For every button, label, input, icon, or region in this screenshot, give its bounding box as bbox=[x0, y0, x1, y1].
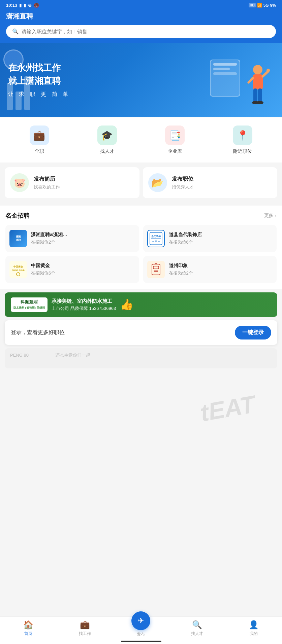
svg-text:当代装饰: 当代装饰 bbox=[151, 235, 161, 238]
resume-subtitle: 找喜欢的工作 bbox=[34, 184, 60, 190]
more-button[interactable]: 更多 › bbox=[264, 213, 277, 219]
nav-jobs[interactable]: 💼 找工作 bbox=[75, 620, 95, 637]
company-positions-deco: 在招岗位6个 bbox=[169, 239, 202, 245]
nearby-label: 附近职位 bbox=[233, 148, 252, 154]
nav-home[interactable]: 🏠 首页 bbox=[18, 620, 38, 637]
job-text: 发布职位 招优秀人才 bbox=[172, 176, 194, 190]
section-title: 名企招聘 bbox=[5, 212, 30, 220]
mine-nav-label: 我的 bbox=[250, 631, 258, 637]
chevron-right-icon: › bbox=[275, 213, 277, 218]
nav-find-talent[interactable]: 🔍 找人才 bbox=[187, 620, 207, 637]
fulltime-icon: 💼 bbox=[30, 126, 49, 145]
nearby-icon: 📍 bbox=[233, 126, 252, 145]
banner-line3: 让 求 职 更 简 单 bbox=[8, 91, 70, 98]
call-icon: 📵 bbox=[34, 3, 39, 8]
home-nav-label: 首页 bbox=[24, 631, 32, 637]
talent-icon: 🎓 bbox=[97, 126, 117, 145]
svg-point-0 bbox=[253, 65, 262, 74]
svg-text:CHINA GOLD: CHINA GOLD bbox=[12, 269, 25, 271]
svg-text:中国黄金: 中国黄金 bbox=[13, 265, 23, 268]
company-positions-lxxz: 在招岗位2个 bbox=[31, 239, 67, 245]
search-icon: 🔍 bbox=[12, 28, 19, 35]
jobs-nav-label: 找工作 bbox=[79, 631, 91, 637]
teat-area: tEAT bbox=[0, 368, 282, 429]
banner-text: 在永州找工作 就上潇湘直聘 让 求 职 更 简 单 bbox=[8, 62, 70, 98]
publish-nav-label: 发布 bbox=[137, 632, 145, 637]
resume-title: 发布简历 bbox=[34, 176, 60, 183]
mine-nav-icon: 👤 bbox=[249, 620, 259, 630]
company-name-deco: 道县当代装饰店 bbox=[169, 232, 202, 238]
status-icon: ⊕ bbox=[28, 3, 32, 8]
company-positions-gold: 在招岗位6个 bbox=[31, 270, 55, 276]
svg-point-3 bbox=[267, 69, 270, 72]
ad-text: 承接美缝、室内外防水施工 上市公司 品质保障 15367536963 bbox=[52, 297, 116, 312]
quick-item-enterprise[interactable]: 📑 企业库 bbox=[165, 126, 185, 154]
job-icon: 📂 bbox=[148, 173, 167, 192]
company-logo-gold: 中国黄金 CHINA GOLD bbox=[9, 261, 27, 278]
publish-center-button[interactable]: ✈ bbox=[131, 611, 150, 630]
thumbs-up-icon: 👍 bbox=[120, 298, 133, 311]
companies-section: 名企招聘 更多 › 潇湘 直聘 潇湘直聘&潇湘… 在招岗位2个 当代装饰 bbox=[0, 206, 282, 289]
company-logo-dzyx bbox=[147, 261, 165, 278]
resume-text: 发布简历 找喜欢的工作 bbox=[34, 176, 60, 190]
app-title: 潇湘直聘 bbox=[6, 12, 276, 21]
login-prompt: 登录，查看更多好职位 bbox=[11, 329, 65, 336]
fulltime-label: 全职 bbox=[35, 148, 44, 154]
one-click-login-button[interactable]: 一键登录 bbox=[235, 326, 271, 339]
svg-rect-6 bbox=[258, 88, 262, 102]
partial-content-row: PENG 80 还么生意你们一起 bbox=[5, 348, 277, 368]
action-cards: 🐷 发布简历 找喜欢的工作 📂 发布职位 招优秀人才 bbox=[0, 163, 282, 202]
quick-item-talent[interactable]: 🎓 找人才 bbox=[97, 126, 117, 154]
svg-line-4 bbox=[249, 78, 253, 82]
section-header: 名企招聘 更多 › bbox=[5, 212, 277, 220]
nav-publish[interactable]: ✈ 发布 bbox=[131, 619, 150, 637]
company-card-lxxz[interactable]: 潇湘 直聘 潇湘直聘&潇湘… 在招岗位2个 bbox=[5, 225, 139, 252]
battery-icon2: ▮ bbox=[24, 3, 26, 8]
company-logo-lxxz: 潇湘 直聘 bbox=[9, 230, 27, 247]
search-input[interactable] bbox=[22, 29, 270, 34]
teat-watermark: tEAT bbox=[198, 390, 257, 427]
company-name-dzyx: 道州印象 bbox=[169, 263, 193, 269]
ad-text1: 承接美缝、室内外防水施工 bbox=[52, 297, 116, 305]
gold-logo-svg: 中国黄金 CHINA GOLD bbox=[10, 261, 26, 278]
search-bar[interactable]: 🔍 bbox=[6, 25, 276, 38]
find-talent-nav-icon: 🔍 bbox=[192, 620, 202, 630]
company-info-gold: 中国黄金 在招岗位6个 bbox=[31, 263, 55, 276]
svg-point-8 bbox=[257, 101, 263, 104]
job-title: 发布职位 bbox=[172, 176, 194, 183]
wifi-icon: 📶 bbox=[257, 3, 262, 8]
ad-banner[interactable]: 科顺建材 防水涂料 | 瓷砖胶 | 美缝剂 承接美缝、室内外防水施工 上市公司 … bbox=[5, 292, 277, 317]
banner-line1: 在永州找工作 bbox=[8, 62, 70, 74]
home-nav-icon: 🏠 bbox=[23, 620, 33, 630]
svg-text:一 零 一: 一 零 一 bbox=[152, 240, 160, 243]
ad-logo: 科顺建材 防水涂料 | 瓷砖胶 | 美缝剂 bbox=[11, 297, 48, 312]
person-figure bbox=[245, 63, 271, 107]
svg-rect-5 bbox=[253, 88, 257, 102]
hd-icon: HD bbox=[249, 3, 255, 7]
publish-resume-card[interactable]: 🐷 发布简历 找喜欢的工作 bbox=[5, 167, 139, 198]
company-card-dzyx[interactable]: 道州印象 在招岗位2个 bbox=[143, 256, 277, 283]
quick-item-fulltime[interactable]: 💼 全职 bbox=[30, 126, 49, 154]
publish-send-icon: ✈ bbox=[138, 616, 144, 625]
nav-mine[interactable]: 👤 我的 bbox=[244, 620, 264, 637]
signal-label: 5G bbox=[263, 3, 269, 8]
ad-text2: 上市公司 品质保障 15367536963 bbox=[52, 305, 116, 312]
company-card-gold[interactable]: 中国黄金 CHINA GOLD 中国黄金 在招岗位6个 bbox=[5, 256, 139, 283]
quick-item-nearby[interactable]: 📍 附近职位 bbox=[233, 126, 252, 154]
status-bar: 10:13 ▮ ▮ ⊕ 📵 HD 📶 5G 9% bbox=[0, 0, 282, 10]
banner-line2: 就上潇湘直聘 bbox=[8, 75, 70, 87]
resume-icon: 🐷 bbox=[10, 173, 29, 192]
company-grid: 潇湘 直聘 潇湘直聘&潇湘… 在招岗位2个 当代装饰 一 零 一 道县当代装饰店… bbox=[5, 225, 277, 283]
ad-logo-line1: 科顺建材 bbox=[13, 299, 45, 305]
publish-job-card[interactable]: 📂 发布职位 招优秀人才 bbox=[143, 167, 278, 198]
svg-rect-1 bbox=[253, 74, 263, 90]
status-left: 10:13 ▮ ▮ ⊕ 📵 bbox=[6, 3, 39, 8]
tablet-graphic bbox=[210, 60, 240, 97]
company-card-deco[interactable]: 当代装饰 一 零 一 道县当代装饰店 在招岗位6个 bbox=[143, 225, 277, 252]
jobs-nav-icon: 💼 bbox=[80, 620, 90, 630]
dzyx-logo-svg bbox=[148, 261, 164, 278]
more-label: 更多 bbox=[264, 213, 274, 219]
battery-icon: ▮ bbox=[19, 3, 22, 8]
talent-label: 找人才 bbox=[100, 148, 114, 154]
company-name-gold: 中国黄金 bbox=[31, 263, 55, 269]
